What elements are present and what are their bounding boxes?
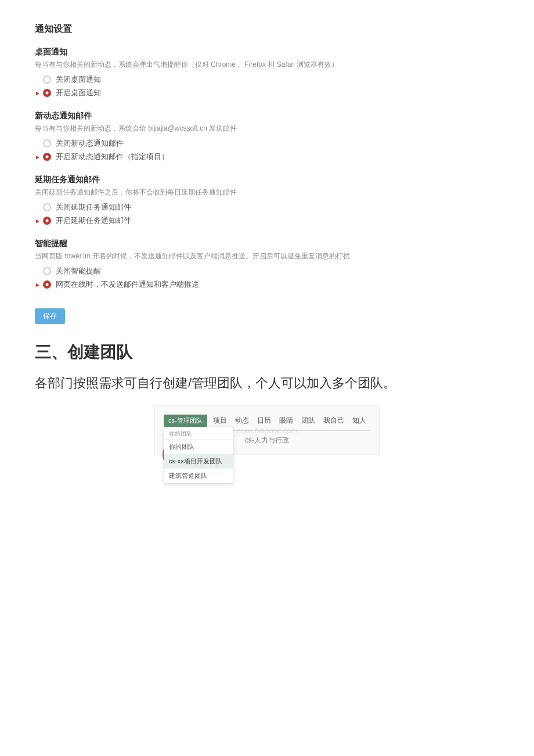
- nav-item-activity[interactable]: 动态: [235, 415, 249, 427]
- overdue-option-off[interactable]: 关闭延期任务通知邮件: [35, 202, 499, 213]
- overdue-option-on[interactable]: 开启延期任务通知邮件: [35, 215, 499, 226]
- screenshot-box: www.bingdoc.com cs-管理团队 你的团队 你的团队 cs-xx项…: [154, 405, 380, 455]
- email-activity-heading: 新动态通知邮件: [35, 111, 499, 121]
- nav-item-contacts[interactable]: 知人: [352, 415, 366, 427]
- dropdown-header: 你的团队: [164, 427, 233, 440]
- smart-option-off[interactable]: 关闭智能提醒: [35, 266, 499, 276]
- overdue-heading: 延期任务通知邮件: [35, 175, 499, 185]
- overdue-on-label: 开启延期任务通知邮件: [56, 215, 131, 226]
- notification-settings-title: 通知设置: [35, 23, 499, 35]
- smart-option-on[interactable]: 网页在线时，不发送邮件通知和客户端推送: [35, 279, 499, 290]
- dropdown-item-2[interactable]: 建筑管道团队: [164, 469, 233, 483]
- notification-block-overdue: 延期任务通知邮件 关闭延期任务通知邮件之后，你将不会收到每日延期任务通知邮件 关…: [35, 175, 499, 226]
- desktop-notif-desc: 每当有与你相关的新动态，系统会弹出气泡提醒你（仅对 Chrome 、Firefo…: [35, 60, 499, 70]
- radio-circle-overdue-off: [43, 203, 51, 211]
- smart-on-label: 网页在线时，不发送邮件通知和客户端推送: [56, 279, 199, 290]
- page-content: 通知设置 桌面通知 每当有与你相关的新动态，系统会弹出气泡提醒你（仅对 Chro…: [35, 23, 499, 455]
- dropdown-menu: 你的团队 你的团队 cs-xx项目开发团队 建筑管道团队: [164, 427, 233, 484]
- email-activity-option-off[interactable]: 关闭新动态通知邮件: [35, 138, 499, 149]
- notification-block-desktop: 桌面通知 每当有与你相关的新动态，系统会弹出气泡提醒你（仅对 Chrome 、F…: [35, 47, 499, 98]
- radio-circle-smart-off: [43, 267, 51, 275]
- email-activity-on-label: 开启新动态通知邮件（指定项目）: [56, 152, 169, 162]
- smart-desc: 当网页版 tower.im 开着的时候，不发送通知邮件以及客户端消息推送。开启后…: [35, 251, 499, 261]
- desktop-option-on[interactable]: 开启桌面通知: [35, 88, 499, 98]
- radio-circle-desktop-on: [43, 89, 51, 97]
- radio-circle-email-off: [43, 139, 51, 147]
- nav-item-eye[interactable]: 眼睛: [279, 415, 293, 427]
- nav-item-project[interactable]: 项目: [213, 415, 227, 427]
- dropdown-item-0[interactable]: 你的团队: [164, 440, 233, 454]
- section3-body: 各部门按照需求可自行创建/管理团队，个人可以加入多个团队。: [35, 373, 499, 393]
- app-nav-items: 项目 动态 日历 眼睛 团队 我自己 知人: [213, 415, 366, 427]
- email-activity-desc: 每当有与你相关的新动态，系统会给 bijiajia@wcssoft.cn 发送邮…: [35, 124, 499, 134]
- nav-item-calendar[interactable]: 日历: [257, 415, 271, 427]
- app-nav: cs-管理团队 你的团队 你的团队 cs-xx项目开发团队 建筑管道团队 项目 …: [164, 415, 370, 431]
- notification-block-email-activity: 新动态通知邮件 每当有与你相关的新动态，系统会给 bijiajia@wcssof…: [35, 111, 499, 162]
- smart-heading: 智能提醒: [35, 239, 499, 249]
- save-button[interactable]: 保存: [35, 308, 65, 324]
- desktop-option-off[interactable]: 关闭桌面通知: [35, 74, 499, 85]
- dropdown-container[interactable]: cs-管理团队 你的团队 你的团队 cs-xx项目开发团队 建筑管道团队: [164, 415, 213, 427]
- email-activity-option-on[interactable]: 开启新动态通知邮件（指定项目）: [35, 152, 499, 162]
- nav-brand[interactable]: cs-管理团队: [164, 415, 207, 427]
- radio-circle-desktop-off: [43, 75, 51, 84]
- radio-circle-smart-on: [43, 280, 51, 289]
- smart-off-label: 关闭智能提醒: [56, 266, 101, 276]
- section3-heading: 三、创建团队: [35, 341, 499, 363]
- email-activity-off-label: 关闭新动态通知邮件: [56, 138, 124, 149]
- desktop-option-off-label: 关闭桌面通知: [56, 74, 101, 85]
- overdue-off-label: 关闭延期任务通知邮件: [56, 202, 131, 213]
- desktop-option-on-label: 开启桌面通知: [56, 88, 101, 98]
- radio-circle-overdue-on: [43, 217, 51, 225]
- nav-item-me[interactable]: 我自己: [323, 415, 344, 427]
- radio-circle-email-on: [43, 153, 51, 161]
- desktop-notif-heading: 桌面通知: [35, 47, 499, 57]
- notification-block-smart: 智能提醒 当网页版 tower.im 开着的时候，不发送通知邮件以及客户端消息推…: [35, 239, 499, 290]
- nav-item-team[interactable]: 团队: [301, 415, 315, 427]
- dropdown-item-1[interactable]: cs-xx项目开发团队: [164, 454, 233, 469]
- overdue-desc: 关闭延期任务通知邮件之后，你将不会收到每日延期任务通知邮件: [35, 188, 499, 197]
